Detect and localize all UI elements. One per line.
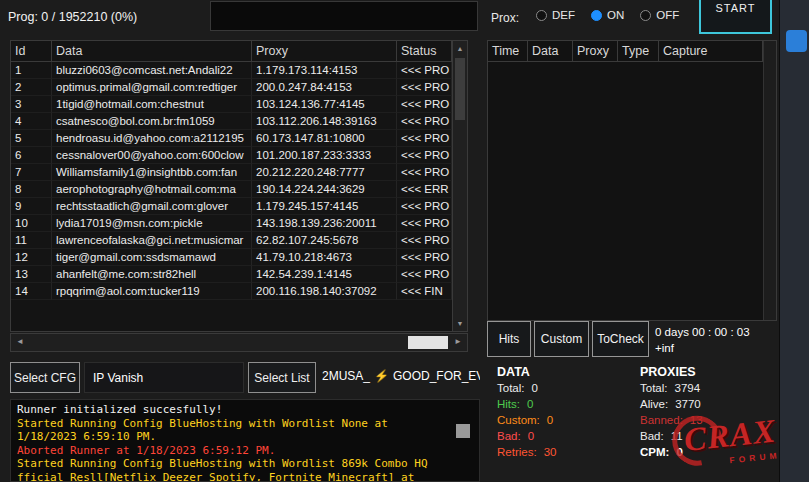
cell-data: csatnesco@bol.com.br:fm1059 [52,113,252,130]
cell-status: <<< PRO [397,79,452,96]
stat-label: Bad: [497,430,521,442]
cell-id: 14 [11,283,52,300]
table-row[interactable]: 13ahanfelt@me.com:str82hell142.54.239.1:… [11,266,452,283]
cell-status: <<< PRO [397,198,452,215]
cell-data: hendroasu.id@yahoo.com:a2112195 [52,130,252,147]
column-header-status[interactable]: Status [397,41,452,61]
stat-label: Alive: [640,398,668,410]
select-list-button[interactable]: Select List [248,362,316,393]
cell-proxy: 62.82.107.245:5678 [252,232,397,249]
stat-value: 0 [676,446,682,458]
cell-id: 6 [11,147,52,164]
right-dock-strip [779,0,809,482]
scroll-down-icon[interactable]: ▼ [453,320,467,327]
stat-row: Total:0 [497,382,556,398]
table-row[interactable]: 10lydia17019@msn.com:pickle143.198.139.2… [11,215,452,232]
table-row[interactable]: 11lawrenceofalaska@gci.net:musicmar62.82… [11,232,452,249]
radio-off[interactable]: OFF [640,9,679,21]
tab-hits[interactable]: Hits [487,321,531,357]
keyword-input[interactable] [210,1,478,31]
table-row[interactable]: 1bluzzi0603@comcast.net:Andali221.179.17… [11,62,452,79]
proxy-stats-rows: Total:3794Alive:3770Banned:13Bad:11CPM:0 [640,382,703,462]
results-grid-header: Id Data Proxy Status [11,41,452,62]
vertical-scrollbar[interactable] [763,41,776,320]
cell-status: <<< PRO [397,130,452,147]
scrollbar-thumb[interactable] [455,58,465,120]
table-row[interactable]: 5hendroasu.id@yahoo.com:a211219560.173.1… [11,130,452,147]
log-output[interactable]: Runner initialized succesfully!Started R… [10,399,480,482]
dock-app-icon[interactable] [786,30,807,52]
column-header-time[interactable]: Time [488,41,528,61]
table-row[interactable]: 2optimus.primal@gmail.com:redtiger200.0.… [11,79,452,96]
results-grid: Id Data Proxy Status 1bluzzi0603@comcast… [10,40,468,332]
vertical-scrollbar[interactable]: ▲ ▼ [452,41,467,331]
table-row[interactable]: 9rechtsstaatlich@gmail.com:glover1.179.2… [11,198,452,215]
table-row[interactable]: 6cessnalover00@yahoo.com:600clow101.200.… [11,147,452,164]
column-header-id[interactable]: Id [11,41,52,61]
tab-tocheck[interactable]: ToCheck [592,321,649,357]
config-name-box[interactable]: IP Vanish [84,362,244,393]
cell-proxy: 103.124.136.77:4145 [252,96,397,113]
results-grid-body: 1bluzzi0603@comcast.net:Andali221.179.17… [11,62,452,300]
cell-data: lydia17019@msn.com:pickle [52,215,252,232]
stat-label: Total: [640,382,668,394]
cell-status: <<< PRO [397,266,452,283]
log-line: Started Running Config BlueHosting with … [17,417,473,431]
lightning-icon: ⚡ [374,369,389,383]
radio-on[interactable]: ON [591,9,624,21]
wordlist-name-prefix: 2MUSA_ [322,369,370,383]
stat-row: Total:3794 [640,382,703,398]
cell-data: 1tigid@hotmail.com:chestnut [52,96,252,113]
table-row[interactable]: 7Williamsfamily1@insightbb.com:fan20.212… [11,164,452,181]
cell-id: 12 [11,249,52,266]
column-header-capture[interactable]: Capture [659,41,763,61]
radio-circle-icon [640,10,651,21]
stat-label: CPM: [640,446,669,458]
table-row[interactable]: 14rpqqrim@aol.com:tucker119200.116.198.1… [11,283,452,300]
stat-row: Hits:0 [497,398,556,414]
cell-id: 3 [11,96,52,113]
table-row[interactable]: 31tigid@hotmail.com:chestnut103.124.136.… [11,96,452,113]
select-config-button[interactable]: Select CFG [10,362,80,393]
column-header-proxy[interactable]: Proxy [252,41,397,61]
cell-proxy: 142.54.239.1:4145 [252,266,397,283]
remaining-timer: +inf [655,342,674,354]
table-row[interactable]: 4csatnesco@bol.com.br:fm1059103.112.206.… [11,113,452,130]
cell-proxy: 103.112.206.148:39163 [252,113,397,130]
column-header-data[interactable]: Data [528,41,573,61]
cell-id: 11 [11,232,52,249]
cell-id: 13 [11,266,52,283]
stat-label: Hits: [497,398,520,410]
cell-proxy: 143.198.139.236:20011 [252,215,397,232]
stat-row: Bad:11 [640,430,703,446]
stat-row: Alive:3770 [640,398,703,414]
stat-row: CPM:0 [640,446,703,462]
log-scrollbar-thumb[interactable] [456,424,470,438]
results-grid-inner: Id Data Proxy Status 1bluzzi0603@comcast… [11,41,452,331]
table-row[interactable]: 12tiger@gmail.com:ssdsmamawd41.79.10.218… [11,249,452,266]
cell-status: <<< PRO [397,147,452,164]
cell-status: <<< PRO [397,164,452,181]
scroll-left-icon[interactable]: ◄ [16,337,24,346]
column-header-type[interactable]: Type [618,41,659,61]
capture-grid-header: Time Data Proxy Type Capture [488,41,763,62]
cell-status: <<< PRO [397,215,452,232]
scroll-right-icon[interactable]: ► [454,337,462,346]
proxy-stats-title: PROXIES [640,365,703,379]
cell-status: <<< PRO [397,62,452,79]
cell-proxy: 101.200.187.233:3333 [252,147,397,164]
stat-label: Retries: [497,446,537,458]
proxy-stats: PROXIES Total:3794Alive:3770Banned:13Bad… [640,365,703,462]
tab-custom[interactable]: Custom [534,321,589,357]
start-button[interactable]: START [699,0,772,34]
column-header-proxy[interactable]: Proxy [573,41,618,61]
scrollbar-thumb[interactable] [408,336,448,349]
radio-def[interactable]: DEF [536,9,575,21]
scroll-up-icon[interactable]: ▲ [453,45,467,52]
horizontal-scrollbar[interactable]: ◄ ► [10,333,468,352]
cell-id: 10 [11,215,52,232]
column-header-data[interactable]: Data [52,41,252,61]
table-row[interactable]: 8aerophotography@hotmail.com:ma190.14.22… [11,181,452,198]
cell-proxy: 200.116.198.140:37092 [252,283,397,300]
stat-label: Banned: [640,414,683,426]
